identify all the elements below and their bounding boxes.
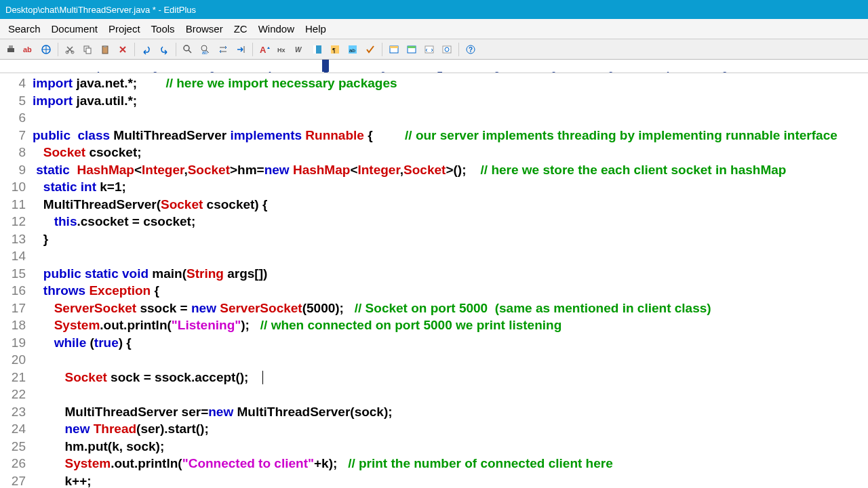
code-line[interactable]: throws Exception { [33, 282, 868, 300]
menu-zc[interactable]: ZC [229, 20, 253, 37]
code-line[interactable] [33, 247, 868, 265]
token-plain: java.net.*; [73, 76, 165, 90]
code-line[interactable]: import java.net.*; // here we import nec… [33, 75, 868, 92]
menu-document[interactable]: Document [46, 20, 103, 37]
line-number: 17 [0, 300, 26, 317]
undo-button[interactable] [138, 42, 155, 57]
window-title: Desktop\chat\MultiThreadServer.java * - … [5, 5, 196, 15]
browser-icon [41, 44, 52, 55]
line-number: 24 [0, 420, 26, 438]
hex-button[interactable]: Hx [274, 42, 290, 57]
code-line[interactable]: Socket sock = ssock.accept(); [33, 369, 868, 386]
code-line[interactable]: new Thread(ser).start(); [33, 420, 868, 438]
line-number: 13 [0, 230, 26, 248]
token-kw: new [65, 422, 90, 436]
column-marker-button[interactable] [309, 42, 326, 57]
replace-button[interactable] [215, 42, 231, 57]
code-line[interactable]: while (true) { [33, 334, 868, 352]
token-plain: +k); [314, 456, 348, 470]
menu-tools[interactable]: Tools [146, 20, 180, 37]
editor[interactable]: 4567891011121314151617181920212223242526… [0, 73, 868, 488]
code-line[interactable]: static int k=1; [33, 178, 868, 196]
line-number-gutter: 4567891011121314151617181920212223242526… [0, 73, 33, 488]
token-plain [33, 283, 43, 298]
delete-icon [117, 44, 128, 55]
token-plain: MultiThreadServer( [33, 197, 161, 211]
code-line[interactable]: this.csocket = csocket; [33, 213, 868, 230]
html-toolbar-button[interactable] [386, 42, 402, 57]
token-type: ServerSocket [220, 301, 302, 315]
token-type: Runnable [305, 128, 364, 142]
toolbar-separator [252, 43, 253, 56]
line-number: 7 [0, 127, 26, 144]
code-line[interactable]: static HashMap<Integer,Socket>hm=new Has… [33, 161, 868, 179]
code-line[interactable] [33, 386, 868, 403]
line-number: 23 [0, 403, 26, 421]
token-type: Thread [94, 422, 136, 436]
code-line[interactable]: hm.put(k, sock); [33, 438, 868, 455]
token-kw: public class [33, 128, 110, 142]
toolbar-separator [58, 43, 58, 56]
spellcheck-button[interactable]: аb [20, 42, 37, 57]
whitespace-b-button[interactable]: ab [344, 42, 361, 57]
code-line[interactable]: public class MultiThreadServer implement… [33, 127, 868, 144]
token-type: Socket [188, 163, 230, 177]
menu-window[interactable]: Window [253, 20, 300, 37]
word-wrap-button[interactable]: W [292, 42, 308, 57]
help-button[interactable]: ? [462, 42, 479, 57]
line-number: 26 [0, 455, 26, 472]
code-area[interactable]: import java.net.*; // here we import nec… [33, 73, 868, 488]
token-type: System [65, 456, 111, 470]
line-number: 4 [0, 75, 26, 92]
token-type: Integer [357, 163, 399, 177]
code-line[interactable]: System.out.println("Listening"); // when… [33, 317, 868, 334]
check-button[interactable] [362, 42, 378, 57]
code-line[interactable]: System.out.println("Connected to client"… [33, 455, 868, 472]
view-browser-button[interactable] [439, 42, 455, 57]
svg-text:Hx: Hx [277, 47, 285, 54]
menu-browser[interactable]: Browser [180, 20, 229, 37]
find-button[interactable] [180, 42, 196, 57]
font-up-button[interactable]: A [256, 42, 273, 57]
go-line-button[interactable] [233, 42, 249, 57]
menu-search[interactable]: Search [3, 20, 46, 37]
edit-source-button[interactable] [421, 42, 437, 57]
code-line[interactable]: import java.util.*; [33, 92, 868, 110]
delete-button[interactable] [115, 42, 131, 57]
print-button[interactable] [3, 42, 19, 57]
code-line[interactable]: Socket csocket; [33, 144, 868, 161]
code-line[interactable]: MultiThreadServer ser=new MultiThreadSer… [33, 403, 868, 421]
directory-button[interactable] [403, 42, 420, 57]
token-type: Socket [403, 163, 446, 177]
redo-button[interactable] [156, 42, 172, 57]
token-plain [33, 456, 65, 470]
browser-button[interactable] [38, 42, 54, 57]
token-plain: >hm= [230, 163, 264, 177]
check-icon [365, 44, 376, 55]
code-line[interactable] [33, 109, 868, 127]
line-number: 8 [0, 144, 26, 161]
code-line[interactable]: k++; [33, 472, 868, 489]
cut-button[interactable] [62, 42, 78, 57]
find-text-button[interactable]: ab [197, 42, 214, 57]
token-plain: .out.println( [100, 318, 172, 332]
copy-button[interactable] [79, 42, 96, 57]
code-line[interactable]: } [33, 230, 868, 248]
line-number: 9 [0, 161, 26, 179]
token-plain [70, 163, 77, 177]
token-plain [33, 336, 54, 350]
code-line[interactable]: public static void main(String args[]) [33, 265, 868, 283]
code-line[interactable]: MultiThreadServer(Socket csocket) { [33, 196, 868, 214]
paste-button[interactable] [97, 42, 113, 57]
print-icon [5, 44, 16, 55]
token-kw: implements [230, 128, 302, 142]
code-line[interactable] [33, 351, 868, 369]
menu-help[interactable]: Help [300, 20, 332, 37]
token-comment: // when connected on port 5000 we print … [260, 318, 561, 332]
directory-icon [406, 44, 417, 55]
whitespace-a-button[interactable]: ¶ [327, 42, 343, 57]
menu-project[interactable]: Project [103, 20, 146, 37]
token-type: ServerSocket [54, 301, 136, 315]
code-line[interactable]: ServerSocket ssock = new ServerSocket(50… [33, 300, 868, 317]
token-comment: // Socket on port 5000 (same as mentione… [355, 301, 711, 315]
